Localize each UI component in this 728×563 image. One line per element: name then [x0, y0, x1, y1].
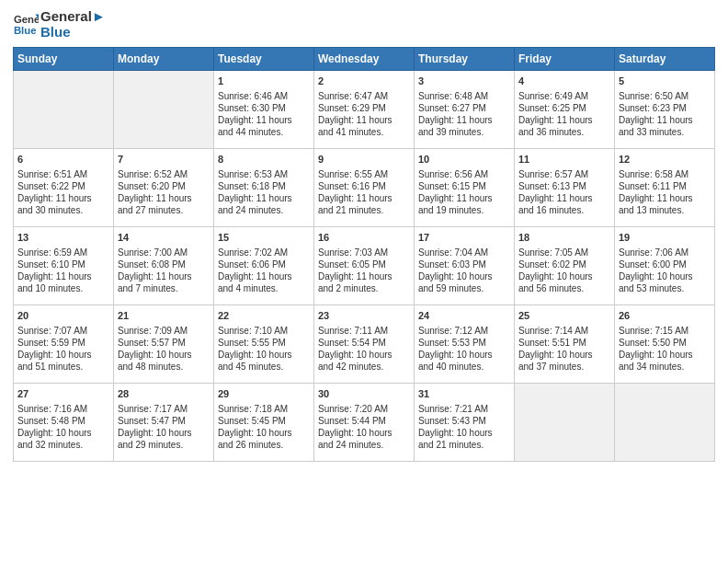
day-number: 27: [17, 387, 109, 401]
day-number: 10: [418, 153, 510, 167]
day-number: 18: [518, 231, 610, 245]
calendar-cell: 3Sunrise: 6:48 AMSunset: 6:27 PMDaylight…: [415, 71, 515, 149]
calendar-cell: 14Sunrise: 7:00 AMSunset: 6:08 PMDayligh…: [114, 227, 214, 305]
calendar-cell: 17Sunrise: 7:04 AMSunset: 6:03 PMDayligh…: [415, 227, 515, 305]
day-detail: Sunrise: 6:58 AMSunset: 6:11 PMDaylight:…: [619, 168, 711, 217]
day-detail: Sunrise: 7:00 AMSunset: 6:08 PMDaylight:…: [118, 247, 210, 295]
calendar-row-0: 1Sunrise: 6:46 AMSunset: 6:30 PMDaylight…: [14, 71, 715, 149]
day-detail: Sunrise: 6:57 AMSunset: 6:13 PMDaylight:…: [518, 168, 610, 217]
day-detail: Sunrise: 6:52 AMSunset: 6:20 PMDaylight:…: [118, 168, 210, 217]
day-detail: Sunrise: 6:47 AMSunset: 6:29 PMDaylight:…: [318, 90, 410, 139]
logo: General Blue General► Blue: [13, 9, 106, 40]
calendar-row-2: 13Sunrise: 6:59 AMSunset: 6:10 PMDayligh…: [14, 227, 715, 305]
day-detail: Sunrise: 6:53 AMSunset: 6:18 PMDaylight:…: [218, 168, 310, 217]
calendar-cell: 10Sunrise: 6:56 AMSunset: 6:15 PMDayligh…: [415, 149, 515, 227]
day-number: 4: [518, 75, 610, 88]
day-number: 7: [118, 153, 210, 167]
calendar-cell: 20Sunrise: 7:07 AMSunset: 5:59 PMDayligh…: [14, 305, 114, 384]
calendar-cell: 7Sunrise: 6:52 AMSunset: 6:20 PMDaylight…: [114, 149, 214, 227]
day-number: 17: [418, 231, 510, 245]
day-detail: Sunrise: 7:12 AMSunset: 5:53 PMDaylight:…: [418, 325, 510, 373]
day-number: 9: [318, 153, 410, 167]
day-number: 22: [218, 309, 310, 323]
weekday-header-wednesday: Wednesday: [314, 48, 415, 71]
day-detail: Sunrise: 6:59 AMSunset: 6:10 PMDaylight:…: [17, 247, 109, 295]
day-number: 28: [118, 387, 210, 401]
calendar-cell: 30Sunrise: 7:20 AMSunset: 5:44 PMDayligh…: [314, 384, 415, 462]
day-number: 21: [118, 309, 210, 323]
calendar-cell: 1Sunrise: 6:46 AMSunset: 6:30 PMDaylight…: [214, 71, 314, 149]
day-number: 13: [17, 231, 109, 245]
day-number: 29: [218, 387, 310, 401]
day-detail: Sunrise: 7:06 AMSunset: 6:00 PMDaylight:…: [619, 247, 711, 295]
calendar-cell: 9Sunrise: 6:55 AMSunset: 6:16 PMDaylight…: [314, 149, 415, 227]
day-number: 24: [418, 309, 510, 323]
day-detail: Sunrise: 7:17 AMSunset: 5:47 PMDaylight:…: [118, 403, 210, 452]
calendar-cell: 16Sunrise: 7:03 AMSunset: 6:05 PMDayligh…: [314, 227, 415, 305]
calendar-cell: 28Sunrise: 7:17 AMSunset: 5:47 PMDayligh…: [114, 384, 214, 462]
logo-text-block: General► Blue: [40, 9, 106, 40]
day-number: 8: [218, 153, 310, 167]
day-number: 23: [318, 309, 410, 323]
svg-text:General: General: [14, 14, 39, 25]
day-detail: Sunrise: 7:03 AMSunset: 6:05 PMDaylight:…: [318, 247, 410, 295]
page: General Blue General► Blue SundayMondayT…: [0, 0, 728, 563]
calendar-row-4: 27Sunrise: 7:16 AMSunset: 5:48 PMDayligh…: [14, 384, 715, 462]
day-detail: Sunrise: 6:49 AMSunset: 6:25 PMDaylight:…: [518, 90, 610, 139]
day-detail: Sunrise: 7:09 AMSunset: 5:57 PMDaylight:…: [118, 325, 210, 373]
svg-text:Blue: Blue: [14, 25, 37, 36]
calendar-cell: 27Sunrise: 7:16 AMSunset: 5:48 PMDayligh…: [14, 384, 114, 462]
calendar-cell: 6Sunrise: 6:51 AMSunset: 6:22 PMDaylight…: [14, 149, 114, 227]
day-number: 20: [17, 309, 109, 323]
day-detail: Sunrise: 6:51 AMSunset: 6:22 PMDaylight:…: [17, 168, 109, 217]
calendar-cell: 18Sunrise: 7:05 AMSunset: 6:02 PMDayligh…: [515, 227, 615, 305]
day-number: 11: [518, 153, 610, 167]
calendar-table: SundayMondayTuesdayWednesdayThursdayFrid…: [13, 47, 715, 462]
calendar-cell: 24Sunrise: 7:12 AMSunset: 5:53 PMDayligh…: [415, 305, 515, 384]
day-number: 14: [118, 231, 210, 245]
calendar-row-1: 6Sunrise: 6:51 AMSunset: 6:22 PMDaylight…: [14, 149, 715, 227]
day-detail: Sunrise: 7:15 AMSunset: 5:50 PMDaylight:…: [619, 325, 711, 373]
day-number: 2: [318, 75, 410, 88]
day-detail: Sunrise: 6:46 AMSunset: 6:30 PMDaylight:…: [218, 90, 310, 139]
day-number: 5: [619, 75, 711, 88]
weekday-header-monday: Monday: [114, 48, 214, 71]
logo-icon: General Blue: [13, 11, 39, 37]
calendar-cell: 5Sunrise: 6:50 AMSunset: 6:23 PMDaylight…: [615, 71, 715, 149]
calendar-cell: 15Sunrise: 7:02 AMSunset: 6:06 PMDayligh…: [214, 227, 314, 305]
weekday-header-friday: Friday: [515, 48, 615, 71]
calendar-row-3: 20Sunrise: 7:07 AMSunset: 5:59 PMDayligh…: [14, 305, 715, 384]
day-number: 6: [17, 153, 109, 167]
day-detail: Sunrise: 7:07 AMSunset: 5:59 PMDaylight:…: [17, 325, 109, 373]
day-number: 15: [218, 231, 310, 245]
calendar-cell: 13Sunrise: 6:59 AMSunset: 6:10 PMDayligh…: [14, 227, 114, 305]
calendar-cell: 25Sunrise: 7:14 AMSunset: 5:51 PMDayligh…: [515, 305, 615, 384]
day-detail: Sunrise: 7:11 AMSunset: 5:54 PMDaylight:…: [318, 325, 410, 373]
weekday-header-saturday: Saturday: [615, 48, 715, 71]
day-number: 30: [318, 387, 410, 401]
day-detail: Sunrise: 7:21 AMSunset: 5:43 PMDaylight:…: [418, 403, 510, 452]
calendar-cell: [114, 71, 214, 149]
calendar-cell: 19Sunrise: 7:06 AMSunset: 6:00 PMDayligh…: [615, 227, 715, 305]
day-detail: Sunrise: 6:55 AMSunset: 6:16 PMDaylight:…: [318, 168, 410, 217]
weekday-header-row: SundayMondayTuesdayWednesdayThursdayFrid…: [14, 48, 715, 71]
calendar-cell: 21Sunrise: 7:09 AMSunset: 5:57 PMDayligh…: [114, 305, 214, 384]
day-detail: Sunrise: 7:05 AMSunset: 6:02 PMDaylight:…: [518, 247, 610, 295]
day-detail: Sunrise: 7:18 AMSunset: 5:45 PMDaylight:…: [218, 403, 310, 452]
day-detail: Sunrise: 6:56 AMSunset: 6:15 PMDaylight:…: [418, 168, 510, 217]
calendar-cell: [515, 384, 615, 462]
day-number: 31: [418, 387, 510, 401]
logo-line2: Blue: [40, 25, 106, 40]
day-detail: Sunrise: 7:10 AMSunset: 5:55 PMDaylight:…: [218, 325, 310, 373]
day-number: 1: [218, 75, 310, 88]
calendar-cell: 8Sunrise: 6:53 AMSunset: 6:18 PMDaylight…: [214, 149, 314, 227]
day-number: 25: [518, 309, 610, 323]
calendar-cell: 12Sunrise: 6:58 AMSunset: 6:11 PMDayligh…: [615, 149, 715, 227]
header: General Blue General► Blue: [13, 9, 715, 40]
logo-line1: General►: [40, 9, 106, 25]
day-detail: Sunrise: 7:14 AMSunset: 5:51 PMDaylight:…: [518, 325, 610, 373]
day-detail: Sunrise: 7:16 AMSunset: 5:48 PMDaylight:…: [17, 403, 109, 452]
day-number: 26: [619, 309, 711, 323]
calendar-cell: 29Sunrise: 7:18 AMSunset: 5:45 PMDayligh…: [214, 384, 314, 462]
calendar-cell: 26Sunrise: 7:15 AMSunset: 5:50 PMDayligh…: [615, 305, 715, 384]
